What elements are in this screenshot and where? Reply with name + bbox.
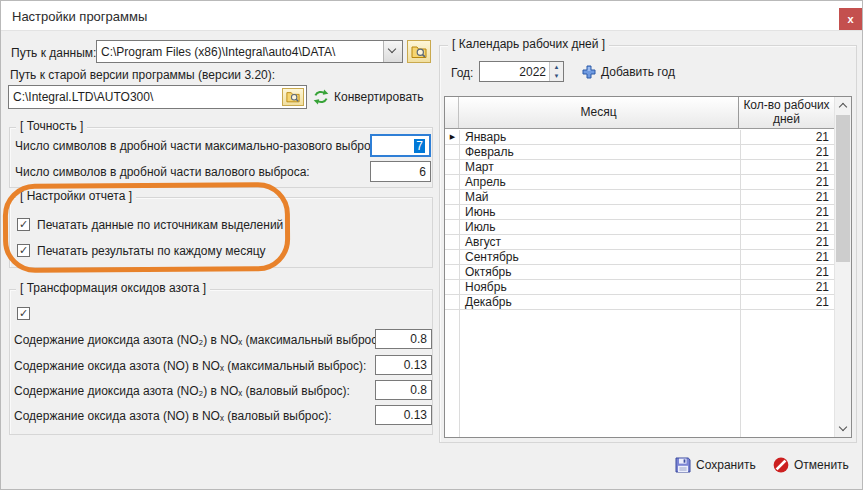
month-cell: Апрель [460,175,740,189]
nox-group-label: [ Трансформация оксидов азота ] [16,281,210,295]
add-year-label: Добавить год [601,65,675,79]
calendar-group-label: [ Календарь рабочих дней ] [448,37,609,51]
split-nox-checkbox[interactable]: ✓ [17,307,30,320]
month-cell: Январь [460,130,740,144]
print-sources-checkbox[interactable]: ✓ [17,218,30,231]
month-cell: Декабрь [460,295,740,309]
row-indicator-cell [445,205,460,220]
row-indicator-cell [445,145,460,160]
scroll-up-button[interactable] [835,97,851,114]
spin-down-icon: ▼ [554,73,560,79]
table-row[interactable]: Август 21 [445,235,834,250]
add-year-button[interactable]: Добавить год [582,61,675,83]
max-single-precision-value: 7 [414,139,425,153]
gross-precision-value: 6 [419,165,426,179]
days-column-header: Кол-во рабочих дней [739,97,834,128]
old-version-browse-button[interactable] [282,88,304,106]
table-row[interactable]: Сентябрь 21 [445,250,834,265]
month-cell: Июнь [460,205,740,219]
folder-search-icon [411,44,427,60]
table-row[interactable]: Февраль 21 [445,145,834,160]
days-cell: 21 [740,205,834,219]
folder-search-icon [286,90,300,104]
year-spinner[interactable]: 2022 ▲ ▼ [479,61,564,82]
no2-gross-value: 0.8 [410,383,427,397]
convert-button[interactable]: Конвертировать [313,86,424,108]
year-value: 2022 [480,62,549,81]
nox-field-label: Содержание диоксида азота (NO₂) в NOₓ (в… [14,384,350,398]
month-cell: Февраль [460,145,740,159]
settings-dialog: Настройки программы x Путь к данным: C:\… [0,0,863,490]
scroll-down-button[interactable] [835,420,851,437]
table-row[interactable]: Апрель 21 [445,175,834,190]
month-cell: Март [460,160,740,174]
data-path-combobox[interactable]: C:\Program Files (x86)\Integral\auto4\DA… [96,40,403,63]
month-cell: Май [460,190,740,204]
no-max-input[interactable]: 0.13 [375,355,432,375]
row-indicator-cell [445,175,460,190]
chevron-up-icon [839,103,847,111]
data-path-label: Путь к данным: [11,46,96,60]
no-gross-value: 0.13 [404,408,427,422]
table-row[interactable]: Май 21 [445,190,834,205]
month-cell: Июль [460,220,740,234]
cancel-icon [773,457,789,473]
no2-max-input[interactable]: 0.8 [375,329,432,349]
convert-arrows-icon [313,89,329,105]
data-path-value: C:\Program Files (x86)\Integral\auto4\DA… [97,45,383,59]
days-cell: 21 [740,145,834,159]
month-cell: Сентябрь [460,250,740,264]
close-button[interactable]: x [839,8,862,30]
table-row[interactable]: Июнь 21 [445,205,834,220]
working-days-table: Месяц Кол-во рабочих дней ▶ Январь 21 Фе… [444,96,852,438]
check-icon: ✓ [19,219,28,230]
print-sources-label: Печатать данные по источникам выделений [37,218,283,232]
gross-precision-input[interactable]: 6 [370,161,431,182]
days-cell: 21 [740,280,834,294]
table-row[interactable]: Март 21 [445,160,834,175]
indicator-column-header [445,97,459,128]
old-version-label: Путь к старой версии программы (версии 3… [10,68,275,82]
convert-button-label: Конвертировать [334,90,424,104]
table-row[interactable]: Декабрь 21 [445,295,834,310]
cancel-button-label: Отменить [794,458,849,472]
plus-icon [582,65,596,79]
spin-up-icon: ▲ [554,64,560,70]
chevron-down-icon [839,423,847,431]
table-row[interactable]: Октябрь 21 [445,265,834,280]
row-indicator-cell [445,190,460,205]
old-version-value: C:\Integral.LTD\AUTO300\ [13,90,153,104]
spin-down-button[interactable]: ▼ [550,72,563,82]
nox-field-label: Содержание оксида азота (NO) в NOₓ (вало… [14,409,332,423]
save-button[interactable]: Сохранить [675,454,756,476]
month-cell: Октябрь [460,265,740,279]
table-scrollbar[interactable] [834,97,851,437]
days-cell: 21 [740,235,834,249]
row-indicator-cell [445,250,460,265]
table-row[interactable]: Июль 21 [445,220,834,235]
chevron-down-icon [388,45,396,53]
row-indicator-cell [445,220,460,235]
spin-up-button[interactable]: ▲ [550,62,563,72]
cancel-button[interactable]: Отменить [773,454,849,476]
no2-gross-input[interactable]: 0.8 [375,380,432,400]
table-row[interactable]: ▶ Январь 21 [445,130,834,145]
print-monthly-checkbox[interactable]: ✓ [17,244,30,257]
max-single-precision-input[interactable]: 7 [370,134,431,157]
no-max-value: 0.13 [404,358,427,372]
table-row[interactable]: Ноябрь 21 [445,280,834,295]
days-cell: 21 [740,250,834,264]
month-cell: Август [460,235,740,249]
row-indicator-cell [445,235,460,250]
scrollbar-thumb[interactable] [836,115,850,262]
data-path-browse-button[interactable] [407,40,431,63]
precision-field-label: Число символов в дробной части максималь… [15,139,387,153]
report-group-label: [ Настройки отчета ] [16,189,136,203]
data-path-dropdown-button[interactable] [383,41,402,62]
old-version-input[interactable]: C:\Integral.LTD\AUTO300\ [8,85,307,109]
days-cell: 21 [740,220,834,234]
days-cell: 21 [740,190,834,204]
no-gross-input[interactable]: 0.13 [375,405,432,425]
title-bar: Настройки программы x [1,1,862,31]
row-indicator-cell [445,265,460,280]
